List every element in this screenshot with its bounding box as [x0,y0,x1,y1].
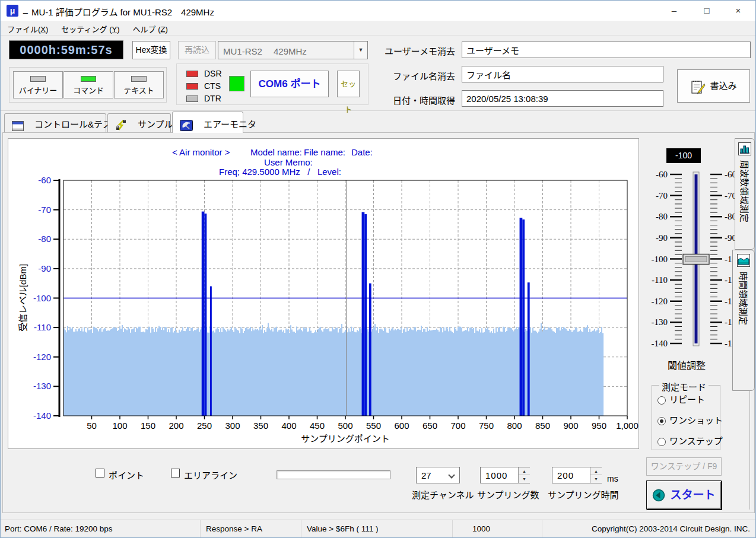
close-button[interactable]: × [723,1,753,20]
radio-one-step[interactable]: ワンステップ [657,434,723,446]
x-tick-label: 800 [507,421,522,431]
x-axis-title: サンプリングポイント [301,434,390,444]
mode-button-2[interactable]: テキスト [114,71,164,98]
file-name-field[interactable] [462,66,663,82]
status-response: Response > RA [201,520,301,538]
chart-header-line3: Freq; 429.5000 MHz / Level: [219,167,341,177]
start-button-label: スタート [670,489,715,501]
arealine-checkbox-label: エリアライン [184,469,237,481]
side-tab-frequency-domain[interactable]: 周波数領域測定 [735,138,755,250]
air-monitor-chart-panel: < Air monitor >Model name:File name:Date… [8,138,639,449]
radio-label: リピート [669,394,705,405]
radio-button[interactable] [657,438,666,446]
write-button[interactable]: 書込み [677,69,750,103]
tab-air-monitor[interactable]: エアーモニタ [172,112,243,133]
side-tab-rail [749,391,750,510]
status-copyright: Copyright(C) 2003-2014 Circuit Design. I… [542,520,755,538]
radio-button[interactable] [657,396,666,405]
file-name-clear-label[interactable]: ファイル名消去 [372,69,455,82]
chevron-down-icon[interactable] [448,472,455,478]
transfer-mode-group: バイナリーコマンドテキスト [9,67,167,103]
menu-item[interactable]: ヘルプ (Z) [126,21,174,35]
spin-down-icon[interactable]: ▼ [519,475,530,483]
maximize-button[interactable]: □ [692,1,722,20]
spin-up-icon[interactable]: ▲ [590,467,602,475]
chart-header-label: < Air monitor > [172,147,230,157]
x-tick-label: 300 [225,421,240,431]
y-axis-title: 受信レベル[dBm] [18,264,28,332]
x-tick-label: 350 [253,421,268,431]
sampling-count-spinner[interactable]: 1000 ▲ ▼ [480,467,530,483]
x-tick-label: 650 [423,421,437,431]
channel-combobox[interactable]: 27 [416,467,460,483]
application-window: { "window": { "icon_glyph": "μ", "unders… [0,0,756,538]
sampling-time-spinner[interactable]: 200 ▲ ▼ [552,467,602,483]
lightning-icon [115,121,132,131]
threshold-adjust-label: 閾値調整 [653,358,720,372]
signal-label: DTR [204,94,221,103]
com-port-button[interactable]: COM6 ポート [250,71,329,97]
mode-button-0[interactable]: バイナリー [13,71,63,98]
x-tick-label: 200 [169,421,183,431]
dtr-led-indicator [186,95,198,102]
spinner-buttons: ▲ ▼ [518,467,529,483]
chart-header-label: Model name: [250,147,302,157]
reload-button: 再読込 [178,41,216,59]
mode-button-label: コマンド [64,84,113,95]
x-tick-label: 700 [450,421,465,431]
window-title: MU-1 評価プログラム for MU1-RS2 429MHz [31,5,214,18]
spin-up-icon[interactable]: ▲ [519,467,530,475]
menu-item[interactable]: セッティング (Y) [55,21,126,35]
minimize-button[interactable]: – [659,1,689,20]
side-tab-time-domain[interactable]: 時間領域測定 [732,250,755,391]
measure-mode-title: 測定モード [659,380,709,393]
com-port-group: DSRCTSDTR COM6 ポート セット [176,63,369,105]
slider-tick-label: -100 [652,254,668,264]
x-tick-label: 100 [112,421,127,431]
air-monitor-chart: < Air monitor >Model name:File name:Date… [8,139,639,448]
y-tick-label: -60 [38,175,51,185]
y-tick-label: -110 [34,322,51,332]
sampling-time-value: 200 [557,470,574,480]
set-button[interactable]: セット [337,71,360,97]
signal-spike [205,214,207,416]
hex-convert-button[interactable]: Hex変換 [132,41,170,59]
slider-tick-label: -90 [725,233,735,243]
slider-tick-label: -80 [656,212,668,221]
start-button[interactable]: スタート [646,480,722,510]
y-tick-label: -120 [33,352,51,362]
radio-button[interactable] [657,417,666,425]
mode-button-1[interactable]: コマンド [63,71,113,98]
x-tick-label: 250 [197,421,212,431]
spinner-buttons: ▲ ▼ [590,467,601,483]
air-monitor-icon [180,121,198,131]
radio-one-shot[interactable]: ワンショット [657,413,723,425]
menu-item[interactable]: ファイル(X) [1,21,55,35]
status-bar: Port: COM6 / Rate: 19200 bps Response > … [1,520,755,538]
arealine-checkbox[interactable] [171,469,180,477]
spin-down-icon[interactable]: ▼ [590,475,602,483]
user-memo-field[interactable] [462,42,751,58]
point-checkbox-label: ポイント [109,469,144,481]
threshold-slider-svg: -60-60-70-70-80-80-90-90-100-100-110-110… [646,167,735,358]
radio-repeat[interactable]: リピート [657,393,705,405]
point-checkbox[interactable] [96,469,104,477]
x-tick-label: 900 [563,421,578,431]
slider-handle-grip[interactable] [685,257,707,262]
y-tick-label: -140 [33,410,51,421]
signal-spike [364,214,367,416]
tab-control-test[interactable]: コントロール&テスト [4,113,106,132]
status-port: Port: COM6 / Rate: 19200 bps [1,520,201,538]
sampling-count-value: 1000 [485,470,507,480]
tab-sample[interactable]: サンプル [107,113,171,132]
user-memo-clear-label[interactable]: ユーザーメモ消去 [372,44,455,57]
chevron-down-icon[interactable]: ▼ [354,42,367,59]
signal-label: DSR [204,69,222,78]
datetime-field[interactable] [462,90,663,107]
slider-tick-label: -60 [725,170,735,179]
datetime-get-label[interactable]: 日付・時間取得 [372,94,455,106]
device-model-combobox[interactable]: MU1-RS2 429MHz ▼ [218,41,368,59]
title-bar: μ _ MU-1 評価プログラム for MU1-RS2 429MHz – □ … [1,1,755,21]
channel-label: 測定チャンネル [412,488,474,501]
cts-led-indicator [186,83,198,90]
